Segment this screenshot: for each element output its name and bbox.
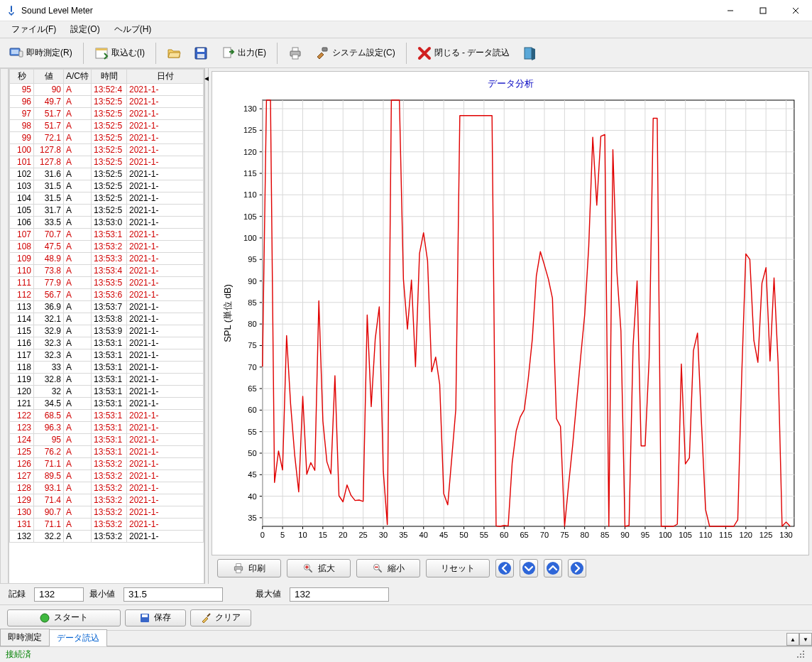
table-row[interactable]: 12576.2A13:53:12021-1- [10, 446, 204, 458]
svg-rect-0 [11, 6, 12, 12]
table-row[interactable]: 11336.9A13:53:72021-1- [10, 301, 204, 313]
record-value [34, 587, 84, 602]
chart-zoomout-button[interactable]: 縮小 [356, 559, 420, 577]
export-icon [221, 46, 235, 60]
start-button[interactable]: スタート [7, 609, 121, 626]
table-row[interactable]: 11532.9A13:53:92021-1- [10, 325, 204, 337]
svg-text:SPL (単位 dB): SPL (単位 dB) [222, 284, 233, 342]
resize-grip[interactable] [796, 650, 806, 660]
table-row[interactable]: 11177.9A13:53:52021-1- [10, 277, 204, 289]
window-close-button[interactable] [779, 0, 812, 21]
table-row[interactable]: 11632.3A13:53:12021-1- [10, 337, 204, 349]
table-row[interactable]: 12032A13:53:12021-1- [10, 386, 204, 398]
toolbar-open-button[interactable] [162, 43, 186, 64]
table-row[interactable]: 13232.2A13:53:22021-1- [10, 531, 204, 543]
toolbar-realtime-button[interactable]: 即時測定(R) [4, 43, 77, 64]
save-button[interactable]: 保存 [125, 609, 186, 626]
toolbar: 即時測定(R) 取込む(I) 出力(E) [0, 38, 812, 68]
data-table[interactable]: 秒 値 A/C特 時間 日付 9590A13:52:42021-1-9649.7… [9, 69, 204, 543]
svg-text:60: 60 [500, 531, 508, 539]
table-row[interactable]: 11732.3A13:53:12021-1- [10, 349, 204, 362]
tab-dataload[interactable]: データ読込 [49, 629, 107, 646]
toolbar-export-button[interactable]: 出力(E) [216, 43, 271, 64]
clear-button[interactable]: クリア [190, 609, 251, 626]
toolbar-close-button[interactable]: 閉じる - データ読込 [412, 43, 515, 64]
col-date[interactable]: 日付 [127, 70, 204, 84]
col-val[interactable]: 値 [34, 70, 64, 84]
chart-zoomin-button[interactable]: 拡大 [287, 559, 351, 577]
svg-line-182 [207, 614, 210, 617]
svg-text:120: 120 [739, 531, 752, 539]
table-row[interactable]: 12268.5A13:53:12021-1- [10, 410, 204, 422]
chart-nav-up-button[interactable] [544, 559, 562, 577]
col-ac[interactable]: A/C特 [64, 70, 92, 84]
table-row[interactable]: 12495A13:53:12021-1- [10, 434, 204, 446]
chart-print-button[interactable]: 印刷 [217, 559, 281, 577]
table-row[interactable]: 13090.7A13:53:22021-1- [10, 506, 204, 519]
table-row[interactable]: 11932.8A13:53:12021-1- [10, 374, 204, 386]
table-row[interactable]: 11256.7A13:53:62021-1- [10, 289, 204, 301]
svg-rect-18 [322, 48, 327, 51]
tab-realtime[interactable]: 即時測定 [0, 629, 50, 646]
table-row[interactable]: 9590A13:52:42021-1- [10, 84, 204, 96]
window-minimize-button[interactable] [714, 0, 747, 21]
table-row[interactable]: 11073.8A13:53:42021-1- [10, 265, 204, 277]
table-row[interactable]: 12971.4A13:53:22021-1- [10, 494, 204, 506]
menu-settings[interactable]: 設定(O) [63, 21, 106, 38]
svg-text:75: 75 [560, 531, 569, 539]
table-row[interactable]: 13171.1A13:53:22021-1- [10, 519, 204, 531]
window-maximize-button[interactable] [747, 0, 779, 21]
svg-point-179 [40, 614, 49, 622]
table-row[interactable]: 9649.7A13:52:52021-1- [10, 96, 204, 108]
lower-tabs: 即時測定 データ読込 ▲ ▼ [0, 631, 812, 646]
toolbar-import-button[interactable]: 取込む(I) [89, 43, 150, 64]
chart-nav-right-button[interactable] [568, 559, 586, 577]
col-idx[interactable]: 秒 [10, 70, 34, 84]
table-row[interactable]: 10431.5A13:52:52021-1- [10, 192, 204, 205]
col-time[interactable]: 時間 [92, 70, 127, 84]
svg-rect-10 [96, 48, 107, 50]
menu-file[interactable]: ファイル(F) [4, 21, 63, 38]
table-row[interactable]: 101127.8A13:52:52021-1- [10, 156, 204, 168]
svg-text:90: 90 [620, 531, 629, 539]
menu-help[interactable]: ヘルプ(H) [107, 21, 159, 38]
table-row[interactable]: 10948.9A13:53:32021-1- [10, 253, 204, 265]
svg-rect-12 [197, 48, 204, 52]
table-row[interactable]: 12789.5A13:53:22021-1- [10, 470, 204, 482]
tab-scroll-up[interactable]: ▲ [786, 633, 799, 646]
table-row[interactable]: 10531.7A13:52:52021-1- [10, 205, 204, 217]
svg-text:80: 80 [581, 531, 589, 539]
toolbar-separator [406, 43, 407, 64]
toolbar-door-button[interactable] [517, 43, 542, 64]
table-row[interactable]: 10770.7A13:53:12021-1- [10, 229, 204, 241]
save-label: 保存 [154, 612, 171, 624]
svg-text:50: 50 [459, 531, 468, 539]
table-row[interactable]: 12671.1A13:53:22021-1- [10, 458, 204, 470]
chart-nav-left-button[interactable] [495, 559, 514, 577]
svg-rect-7 [11, 50, 18, 54]
table-row[interactable]: 100127.8A13:52:52021-1- [10, 144, 204, 156]
table-row[interactable]: 9972.1A13:52:52021-1- [10, 132, 204, 144]
table-row[interactable]: 10231.6A13:52:52021-1- [10, 168, 204, 180]
chart-svg[interactable]: 3540455055606570758085909510010511011512… [219, 93, 801, 548]
toolbar-system-button[interactable]: システム設定(C) [310, 43, 400, 64]
table-row[interactable]: 11833A13:53:12021-1- [10, 362, 204, 374]
table-row[interactable]: 12893.1A13:53:22021-1- [10, 482, 204, 494]
chart-reset-button[interactable]: リセット [426, 559, 490, 577]
door-icon [522, 46, 537, 60]
svg-line-173 [379, 570, 382, 573]
table-row[interactable]: 10331.5A13:52:52021-1- [10, 180, 204, 192]
table-row[interactable]: 9851.7A13:52:52021-1- [10, 120, 204, 132]
tab-scroll-down[interactable]: ▼ [799, 633, 812, 646]
svg-point-175 [498, 562, 511, 575]
table-row[interactable]: 9751.7A13:52:52021-1- [10, 108, 204, 120]
svg-text:115: 115 [719, 531, 733, 539]
toolbar-print-button[interactable] [283, 43, 307, 64]
table-row[interactable]: 10847.5A13:53:22021-1- [10, 241, 204, 253]
table-row[interactable]: 11432.1A13:53:82021-1- [10, 313, 204, 325]
toolbar-save-button[interactable] [189, 43, 213, 64]
table-row[interactable]: 12134.5A13:53:12021-1- [10, 398, 204, 410]
table-row[interactable]: 12396.3A13:53:12021-1- [10, 422, 204, 434]
table-row[interactable]: 10633.5A13:53:02021-1- [10, 217, 204, 229]
chart-nav-down-button[interactable] [520, 559, 538, 577]
